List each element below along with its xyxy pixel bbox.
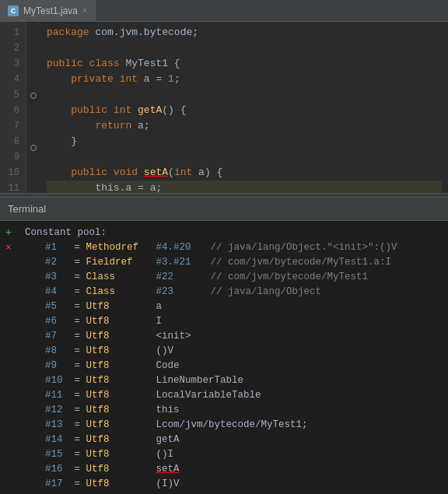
terminal-remove-icon[interactable]: × <box>5 242 12 254</box>
term-entry-13: #13 = Utf8Lcom/jvm/bytecode/MyTest1; <box>17 418 448 433</box>
code-line-5 <box>47 87 442 103</box>
term-entry-4: #4 = Class#23// java/lang/Object <box>17 285 448 300</box>
terminal-icons-col: + × <box>0 224 17 494</box>
code-line-1: package com.jvm.bytecode; <box>47 25 442 40</box>
terminal-header: Terminal <box>0 198 448 221</box>
tab-close-button[interactable]: × <box>82 6 87 15</box>
breakpoint-gutter <box>26 22 40 193</box>
term-entry-8: #8 = Utf8()V <box>17 344 448 359</box>
editor-tab-bar: C MyTest1.java × <box>0 0 448 22</box>
term-entry-14: #14 = Utf8getA <box>17 433 448 447</box>
code-line-4: private int a = 1; <box>47 72 442 87</box>
code-line-2 <box>47 40 442 56</box>
code-line-6: public int getA() { <box>47 103 442 118</box>
code-line-11: this.a = a; <box>47 180 442 193</box>
breakpoint-indicator[interactable] <box>30 93 37 99</box>
term-entry-6: #6 = Utf8I <box>17 314 448 329</box>
java-file-icon: C <box>8 5 19 16</box>
terminal-title: Terminal <box>8 203 46 215</box>
breakpoint-indicator[interactable] <box>30 145 37 151</box>
term-entry-7: #7 = Utf8<init> <box>17 329 448 344</box>
term-entry-17: #17 = Utf8(I)V <box>17 477 448 492</box>
terminal-add-icon[interactable]: + <box>5 226 12 239</box>
terminal-body: + × Constant pool: #1 = Methodref#4.#20/… <box>0 221 448 494</box>
term-entry-15: #15 = Utf8()I <box>17 447 448 462</box>
terminal-content-wrap: + × Constant pool: #1 = Methodref#4.#20/… <box>0 224 448 494</box>
editor-tab-mytest1[interactable]: C MyTest1.java × <box>0 0 96 21</box>
term-entry-9: #9 = Utf8Code <box>17 359 448 373</box>
code-line-7: return a; <box>47 118 442 134</box>
code-line-3: public class MyTest1 { <box>47 56 442 72</box>
line-numbers: 1 2 3 4 5 6 7 8 9 10 11 12 13 <box>0 22 26 193</box>
code-editor: 1 2 3 4 5 6 7 8 9 10 11 12 13 package co… <box>0 22 448 193</box>
code-line-8: } <box>47 134 442 149</box>
term-entry-10: #10 = Utf8LineNumberTable <box>17 373 448 388</box>
term-entry-2: #2 = Fieldref#3.#21// com/jvm/bytecode/M… <box>17 255 448 270</box>
code-line-10: public void setA(int a) { <box>47 165 442 180</box>
tab-filename: MyTest1.java <box>23 5 78 16</box>
term-entry-1: #1 = Methodref#4.#20// java/lang/Object.… <box>17 240 448 255</box>
code-line-9 <box>47 149 442 165</box>
terminal-heading: Constant pool: <box>17 226 448 240</box>
term-entry-12: #12 = Utf8this <box>17 403 448 418</box>
code-content[interactable]: package com.jvm.bytecode; public class M… <box>40 22 448 193</box>
term-entry-3: #3 = Class#22// com/jvm/bytecode/MyTest1 <box>17 270 448 285</box>
term-entry-5: #5 = Utf8a <box>17 300 448 314</box>
terminal-text-col: Constant pool: #1 = Methodref#4.#20// ja… <box>17 224 448 494</box>
term-entry-16: #16 = Utf8setA <box>17 462 448 477</box>
term-entry-11: #11 = Utf8LocalVariableTable <box>17 388 448 403</box>
